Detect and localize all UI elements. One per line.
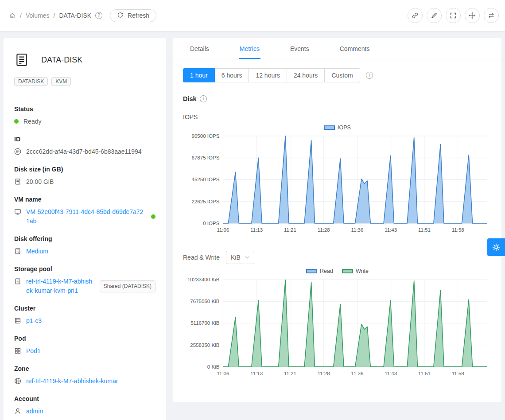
time-range-info-icon[interactable]: i — [366, 72, 373, 79]
field-account: Account admin — [14, 395, 155, 416]
hdd-icon — [14, 248, 21, 255]
svg-text:11:21: 11:21 — [284, 227, 296, 233]
tab-details[interactable]: Details — [189, 38, 210, 59]
field-disk-size: Disk size (in GB) 20.00 GiB — [14, 166, 155, 187]
tab-metrics[interactable]: Metrics — [239, 38, 260, 59]
unit-select-value: KiB — [231, 254, 241, 261]
status-value: Ready — [23, 117, 41, 126]
pod-link[interactable]: Pod1 — [26, 346, 41, 356]
legend-label: IOPS — [338, 124, 351, 131]
svg-text:11:28: 11:28 — [318, 227, 330, 233]
svg-text:11:43: 11:43 — [385, 371, 397, 376]
range-12-hours[interactable]: 12 hours — [249, 68, 287, 82]
zone-link[interactable]: ref-trl-4119-k-M7-abhishek-kumar — [26, 377, 118, 386]
breadcrumb-current: DATA-DISK — [59, 12, 91, 19]
legend-item-read[interactable]: Read — [306, 268, 333, 274]
settings-gear-button[interactable] — [487, 238, 505, 256]
disk-section-title: Disk i — [183, 95, 492, 102]
svg-text:11:58: 11:58 — [452, 227, 464, 233]
legend-swatch — [324, 125, 335, 130]
legend-label: Read — [320, 268, 333, 274]
legend-item-write[interactable]: Write — [342, 268, 369, 274]
divider — [14, 96, 155, 96]
disk-offering-link[interactable]: Medium — [26, 247, 48, 256]
range-1-hour[interactable]: 1 hour — [183, 68, 215, 82]
field-pod: Pod Pod1 — [14, 335, 155, 356]
range-24-hours[interactable]: 24 hours — [287, 68, 325, 82]
svg-text:11:36: 11:36 — [351, 227, 363, 233]
svg-text:67875 IOPS: 67875 IOPS — [192, 155, 220, 160]
svg-text:10233400 KiB: 10233400 KiB — [187, 277, 220, 282]
home-icon[interactable] — [9, 12, 16, 19]
volume-tags: DATADISK KVM — [14, 77, 155, 86]
edit-volume-button[interactable] — [427, 8, 442, 23]
volume-actions — [408, 8, 499, 23]
range-custom[interactable]: Custom — [324, 68, 360, 82]
field-cluster: Cluster p1-c3 — [14, 305, 155, 326]
migrate-volume-button[interactable] — [484, 8, 499, 23]
readwrite-chart-legend: ReadWrite — [183, 268, 492, 274]
hdd-icon — [14, 278, 21, 285]
svg-text:0 KiB: 0 KiB — [207, 364, 220, 369]
readwrite-chart: 11:0611:1311:2111:2811:3611:4311:5111:58… — [183, 275, 492, 379]
volume-detail-panel: Details Metrics Events Comments 1 hour 6… — [173, 38, 501, 402]
tab-comments[interactable]: Comments — [339, 38, 371, 59]
attach-volume-button[interactable] — [408, 8, 423, 23]
svg-text:11:21: 11:21 — [284, 371, 296, 376]
link-icon — [412, 12, 419, 19]
svg-text:11:51: 11:51 — [418, 227, 431, 233]
svg-text:5116700 KiB: 5116700 KiB — [190, 320, 219, 326]
cluster-link[interactable]: p1-c3 — [26, 316, 42, 326]
gear-icon — [492, 243, 501, 252]
svg-text:22625 IOPS: 22625 IOPS — [192, 199, 220, 204]
time-range-row: 1 hour 6 hours 12 hours 24 hours Custom … — [183, 68, 492, 82]
svg-text:45250 IOPS: 45250 IOPS — [192, 177, 220, 182]
legend-item-iops[interactable]: IOPS — [324, 124, 351, 131]
field-disk-offering: Disk offering Medium — [14, 235, 155, 256]
move-volume-button[interactable] — [465, 8, 480, 23]
vm-name-link[interactable]: VM-52e00f43-7911-4dc4-85bd-d69de7a721ab — [26, 207, 144, 226]
help-question-icon[interactable]: ? — [95, 12, 102, 19]
breadcrumb: / Volumes / DATA-DISK ? Refresh — [9, 9, 156, 22]
globe-icon — [14, 377, 21, 385]
swap-arrows-icon — [488, 12, 495, 19]
storage-pool-link[interactable]: ref-trl-4119-k-M7-abhishek-kumar-kvm-pri… — [26, 277, 93, 296]
fullscreen-icon — [450, 12, 457, 19]
account-link[interactable]: admin — [26, 407, 43, 416]
volume-title: DATA-DISK — [41, 55, 82, 65]
tab-events[interactable]: Events — [289, 38, 310, 59]
hdd-icon — [14, 178, 21, 185]
svg-text:11:06: 11:06 — [217, 371, 229, 376]
svg-text:7675050 KiB: 7675050 KiB — [190, 299, 219, 304]
svg-text:2558350 KiB: 2558350 KiB — [190, 342, 219, 348]
breadcrumb-separator: / — [20, 12, 22, 19]
range-6-hours[interactable]: 6 hours — [214, 68, 249, 82]
legend-swatch — [306, 269, 317, 273]
tag-datadisk: DATADISK — [14, 77, 48, 86]
refresh-icon — [117, 12, 124, 19]
iops-chart-title: IOPS — [183, 113, 492, 121]
top-bar: / Volumes / DATA-DISK ? Refresh — [0, 0, 505, 31]
disk-size-value: 20.00 GiB — [26, 177, 54, 187]
refresh-label: Refresh — [128, 12, 149, 19]
svg-text:11:13: 11:13 — [250, 227, 263, 233]
svg-text:11:58: 11:58 — [452, 371, 464, 376]
time-range-group: 1 hour 6 hours 12 hours 24 hours Custom — [183, 68, 360, 82]
svg-text:11:43: 11:43 — [385, 227, 397, 233]
disk-info-icon[interactable]: i — [200, 95, 207, 102]
iops-chart-legend: IOPS — [183, 124, 492, 131]
tag-kvm: KVM — [51, 77, 71, 86]
detail-tabs: Details Metrics Events Comments — [173, 38, 501, 59]
unit-select[interactable]: KiB — [226, 251, 254, 264]
field-storage-pool: Storage pool ref-trl-4119-k-M7-abhishek-… — [14, 265, 155, 296]
monitor-icon — [14, 208, 21, 215]
readwrite-row: Read & Write KiB — [183, 251, 492, 264]
iops-chart: 11:0611:1311:2111:2811:3611:4311:5111:58… — [183, 132, 492, 236]
field-vm-name: VM name VM-52e00f43-7911-4dc4-85bd-d69de… — [14, 196, 155, 226]
resize-volume-button[interactable] — [446, 8, 461, 23]
volume-id-value: 2ccc62dd-af4a-43d7-bd45-6b83aae11994 — [26, 147, 142, 156]
breadcrumb-volumes[interactable]: Volumes — [26, 12, 50, 19]
field-zone: Zone ref-trl-4119-k-M7-abhishek-kumar — [14, 365, 155, 386]
readwrite-title: Read & Write — [183, 254, 220, 261]
refresh-button[interactable]: Refresh — [110, 9, 156, 22]
